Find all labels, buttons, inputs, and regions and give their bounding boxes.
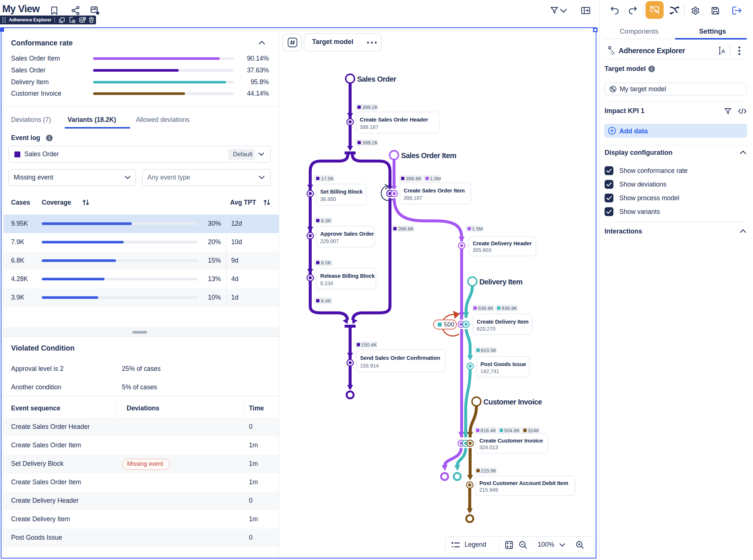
svg-text:399.2K: 399.2K [362,105,378,110]
svg-text:1.5M: 1.5M [430,176,441,181]
svg-text:500: 500 [444,321,454,328]
svg-text:398.6K: 398.6K [398,226,414,232]
svg-text:Customer Invoice: Customer Invoice [483,398,542,406]
svg-text:155.914: 155.914 [360,363,379,369]
svg-text:Sales Order Item: Sales Order Item [401,151,456,160]
svg-text:Release Billing Block: Release Billing Block [320,273,375,279]
svg-text:504.9K: 504.9K [504,428,520,433]
svg-text:Create Delivery Header: Create Delivery Header [473,240,532,246]
svg-text:Approve Sales Order: Approve Sales Order [320,231,374,237]
svg-text:Delivery Item: Delivery Item [479,278,523,286]
svg-text:Sales Order: Sales Order [357,75,397,83]
svg-text:399,187: 399,187 [404,195,422,201]
svg-text:8.4K: 8.4K [321,298,331,304]
svg-text:324K: 324K [528,428,540,433]
svg-text:1.5M: 1.5M [472,226,483,232]
svg-text:Create Customer Invoice: Create Customer Invoice [479,437,543,444]
svg-text:610.5K: 610.5K [481,348,497,353]
svg-text:215.949: 215.949 [479,487,498,493]
svg-text:150.4K: 150.4K [361,342,377,348]
svg-text:620.270: 620.270 [477,326,496,332]
svg-text:Create Sales Order Header: Create Sales Order Header [360,116,428,123]
svg-text:215.9K: 215.9K [481,468,497,474]
svg-text:17.5K: 17.5K [321,176,334,181]
svg-text:Post Customer Account Debit It: Post Customer Account Debit Item [479,480,568,486]
svg-text:9.234: 9.234 [320,280,333,286]
svg-text:142,741: 142,741 [480,368,499,374]
svg-text:355.603: 355.603 [473,247,492,253]
svg-text:398.6K: 398.6K [406,176,422,181]
svg-text:936.9K: 936.9K [478,305,494,311]
svg-text:399.2K: 399.2K [362,140,378,146]
svg-text:Create Sales Order Item: Create Sales Order Item [404,187,465,194]
svg-text:816.4K: 816.4K [480,428,496,433]
svg-text:A: A [721,48,725,54]
svg-text:324.013: 324.013 [479,444,498,450]
svg-text:Post Goods Issue: Post Goods Issue [480,361,526,367]
svg-text:8.3K: 8.3K [321,218,331,223]
svg-text:38.850: 38.850 [320,196,336,202]
svg-text:Create Delivery Item: Create Delivery Item [477,318,528,325]
svg-text:8.0K: 8.0K [321,260,331,266]
svg-text:229.007: 229.007 [320,238,339,244]
svg-text:936.9K: 936.9K [502,305,517,311]
svg-text:399.187: 399.187 [360,124,379,130]
svg-text:Set Billing Block: Set Billing Block [320,188,363,195]
svg-text:Send Sales Order Confirmation: Send Sales Order Confirmation [360,355,440,361]
